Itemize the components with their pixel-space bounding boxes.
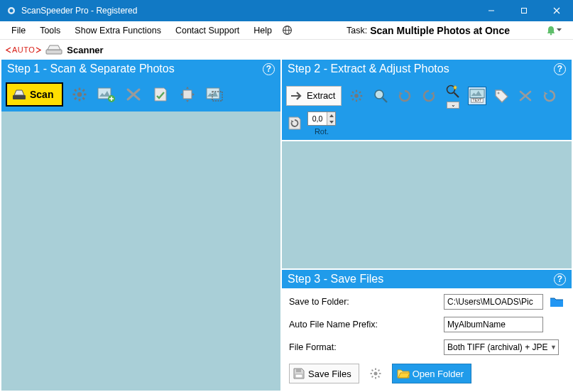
right-column: Step 2 - Extract & Adjust Photos ? Extra… (282, 60, 572, 391)
rotation-row: Rot. (282, 111, 572, 140)
rotation-stepper[interactable] (307, 111, 336, 126)
format-label: File Format: (289, 342, 438, 352)
language-icon[interactable] (282, 25, 293, 36)
grid-nudge-icon[interactable] (177, 84, 198, 105)
open-folder-label: Open Folder (413, 369, 464, 379)
step2-panel: Step 2 - Extract & Adjust Photos ? Extra… (282, 60, 572, 140)
svg-point-26 (355, 94, 359, 98)
rotation-input[interactable] (308, 112, 327, 125)
step2-header: Step 2 - Extract & Adjust Photos ? (282, 60, 572, 78)
step1-help-icon[interactable]: ? (263, 63, 275, 75)
tag-icon[interactable] (492, 87, 511, 105)
save-settings-icon[interactable] (366, 364, 385, 383)
auto-detect-badge[interactable]: AUTO (6, 45, 41, 54)
task-label: Task: (346, 26, 370, 36)
chevron-down-icon[interactable]: ⌄ (447, 102, 459, 109)
rot-down[interactable] (327, 119, 335, 125)
auto-enhance-dropdown[interactable]: ⌄ (444, 82, 462, 109)
menu-contact[interactable]: Contact Support (168, 23, 246, 38)
delete-icon[interactable] (123, 84, 144, 105)
svg-rect-44 (295, 374, 302, 378)
extract-button-label: Extract (307, 90, 335, 101)
save-files-label: Save Files (308, 369, 351, 379)
svg-line-34 (353, 99, 354, 100)
menu-bar: File Tools Show Extra Functions Contact … (0, 21, 573, 40)
settings-icon[interactable] (347, 87, 366, 105)
step1-canvas[interactable] (1, 111, 280, 391)
crop-frame-icon[interactable] (204, 84, 225, 105)
svg-point-45 (373, 372, 377, 376)
task-value[interactable]: Scan Multiple Photos at Once (370, 25, 538, 36)
step3-title: Step 3 - Save Files (288, 273, 554, 285)
zoom-icon[interactable] (371, 87, 390, 105)
svg-rect-10 (46, 50, 62, 54)
minimize-button[interactable] (475, 0, 508, 21)
svg-line-53 (371, 376, 373, 378)
svg-rect-24 (207, 88, 219, 99)
main-area: Step 1 - Scan & Separate Photos ? Scan S… (0, 60, 573, 392)
step1-header: Step 1 - Scan & Separate Photos ? (1, 60, 280, 78)
extract-button[interactable]: Extract (286, 86, 342, 106)
step2-canvas[interactable] (282, 141, 572, 268)
menu-help[interactable]: Help (246, 23, 279, 38)
svg-line-19 (83, 89, 85, 92)
svg-rect-23 (183, 90, 192, 99)
svg-line-51 (378, 376, 379, 378)
notification-bell-icon[interactable] (538, 25, 569, 36)
save-folder-input[interactable] (444, 294, 543, 310)
rotate-left-icon[interactable] (395, 87, 414, 105)
close-button[interactable] (540, 0, 573, 21)
scan-button-label: Scan (30, 89, 53, 100)
settings-icon[interactable] (69, 84, 90, 105)
svg-line-20 (75, 98, 77, 100)
svg-point-12 (77, 92, 82, 97)
step3-form: Save to Folder: Auto File Name Prefix: F… (282, 288, 572, 359)
svg-line-38 (454, 93, 459, 98)
format-value: Both TIFF (archival) + JPE (447, 342, 548, 352)
source-bar: AUTO Scanner (0, 40, 573, 60)
svg-rect-11 (13, 95, 26, 99)
step1-panel: Step 1 - Scan & Separate Photos ? Scan (1, 60, 280, 391)
window-title: ScanSpeeder Pro - Registered (21, 6, 137, 16)
svg-rect-3 (522, 9, 527, 13)
scanner-icon (45, 44, 62, 55)
svg-line-33 (360, 92, 361, 93)
source-label[interactable]: Scanner (67, 45, 103, 55)
save-to-label: Save to Folder: (289, 297, 438, 307)
title-bar: ScanSpeeder Pro - Registered (0, 0, 573, 21)
save-files-button[interactable]: Save Files (289, 364, 359, 383)
format-select[interactable]: Both TIFF (archival) + JPE ▼ (444, 339, 559, 355)
delete-icon[interactable] (516, 87, 535, 105)
step3-help-icon[interactable]: ? (554, 273, 566, 285)
svg-point-9 (550, 33, 552, 35)
auto-text: AUTO (12, 45, 35, 54)
step3-button-row: Save Files Open Folder (282, 359, 572, 391)
step1-title: Step 1 - Scan & Separate Photos (7, 62, 263, 75)
rotate-right-icon[interactable] (420, 87, 438, 105)
add-image-icon[interactable] (96, 84, 117, 105)
svg-line-50 (371, 370, 373, 371)
browse-folder-button[interactable] (549, 294, 564, 310)
svg-line-31 (353, 92, 354, 93)
scan-button[interactable]: Scan (6, 82, 63, 107)
app-icon (6, 5, 17, 16)
rotate-apply-icon[interactable] (286, 114, 303, 131)
svg-point-35 (375, 90, 383, 99)
rotation-label: Rot. (315, 127, 329, 136)
svg-text:TEXT: TEXT (473, 98, 482, 102)
rot-up[interactable] (327, 112, 335, 119)
menu-extra[interactable]: Show Extra Functions (67, 23, 168, 38)
svg-point-42 (498, 92, 500, 94)
step2-help-icon[interactable]: ? (554, 63, 566, 75)
svg-line-17 (75, 89, 77, 92)
open-folder-button[interactable]: Open Folder (392, 364, 471, 383)
maximize-button[interactable] (508, 0, 540, 21)
mark-icon[interactable] (150, 84, 171, 105)
prefix-input[interactable] (444, 317, 543, 332)
undo-icon[interactable] (540, 87, 559, 105)
prefix-label: Auto File Name Prefix: (289, 320, 438, 330)
menu-tools[interactable]: Tools (33, 23, 67, 38)
text-caption-icon[interactable]: TEXT (468, 87, 486, 105)
step2-toolbar: Extract ⌄ TEXT (282, 78, 572, 111)
menu-file[interactable]: File (4, 23, 33, 38)
